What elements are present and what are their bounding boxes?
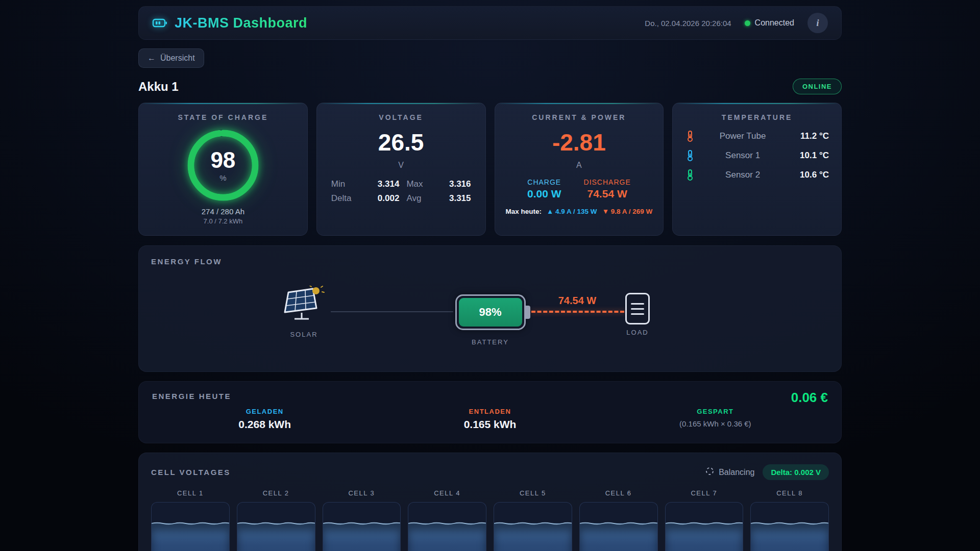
balancing-icon [705,467,714,478]
card-voltage: VOLTAGE 26.5 V Min 3.314 Max 3.316 Delta… [316,103,486,236]
cell-gauge [323,502,401,551]
info-button[interactable]: i [807,13,828,33]
stat-label: Delta [331,193,352,204]
saved-label: GESPART [603,408,828,415]
battery-terminal [526,306,530,319]
saved-block: GESPART (0.165 kWh × 0.36 €) [603,408,828,431]
cell-gauge [579,502,658,551]
voltage-unit: V [326,161,476,170]
cell-voltages-panel: CELL VOLTAGES Balancing Delta: 0.002 V C… [138,453,842,551]
energy-today-panel: ENERGIE HEUTE 0.06 € GELADEN 0.268 kWh E… [138,381,842,443]
battery-to-load-line [531,311,624,313]
temp-value: 10.1 °C [785,151,829,161]
back-button[interactable]: ← Übersicht [138,48,204,68]
discharge-block: DISCHARGE 74.54 W [584,178,631,200]
brand: JK-BMS Dashboard [152,15,307,31]
battery-node: 98% BATTERY [453,294,527,346]
cell-label: CELL 1 [151,489,230,497]
stat-label: Min [331,179,352,189]
balancing-status: Balancing [705,467,754,478]
temp-label: Sensor 2 [700,170,785,180]
stat-value: 3.314 [358,179,399,189]
voltage-stats: Min 3.314 Max 3.316 Delta 0.002 Avg 3.31… [326,179,476,204]
connection-status: Connected [745,18,794,28]
energy-flow-panel: ENERGY FLOW [138,245,842,372]
flow-power-value: 74.54 W [531,295,623,307]
solar-label: SOLAR [280,331,328,338]
cell-voltages-title: CELL VOLTAGES [151,468,231,477]
cell-gauge [151,502,230,551]
discharged-value: 0.165 kWh [377,418,602,431]
stat-label: Max [406,179,423,189]
cell-gauge [750,502,829,551]
discharge-value: 74.54 W [584,188,631,200]
cell-label: CELL 7 [665,489,744,497]
back-arrow-icon: ← [148,54,156,63]
temp-label: Power Tube [700,131,785,141]
soc-capacity: 274 / 280 Ah [148,207,298,216]
load-icon [625,293,650,324]
stat-label: Avg [406,193,423,204]
stat-cards: STATE OF CHARGE 98 % 274 / 280 Ah 7.0 / … [138,103,842,236]
current-unit: A [504,161,654,170]
cell-gauge [494,502,572,551]
cell-label: CELL 8 [750,489,829,497]
cell-gauge [237,502,315,551]
load-node: LOAD [615,293,660,336]
status-badge: ONLINE [793,79,842,94]
cell-item: CELL 6 [579,489,658,551]
current-value: -2.81 [504,130,654,156]
max-today-label: Max heute: [505,208,542,215]
discharge-label: DISCHARGE [584,178,631,186]
solar-node: SOLAR [280,286,328,338]
cells-grid: CELL 1 CELL 2 CELL 3 CELL 4 CELL 5 CELL … [151,489,829,551]
max-charge-value: ▲ 4.9 A / 135 W [547,208,597,215]
connection-label: Connected [755,18,794,28]
energy-today-title: ENERGIE HEUTE [152,392,828,400]
temp-row: Sensor 2 10.6 °C [682,167,832,182]
voltage-title: VOLTAGE [326,113,476,121]
max-discharge-value: ▼ 9.8 A / 269 W [602,208,653,215]
soc-ring: 98 % [184,127,262,204]
temp-label: Sensor 1 [700,151,785,161]
soc-value: 98 [210,149,235,171]
soc-energy: 7.0 / 7.2 kWh [148,217,298,225]
cell-item: CELL 7 [665,489,744,551]
temp-value: 10.6 °C [785,170,829,180]
stat-value: 0.002 [358,193,399,204]
cell-item: CELL 3 [323,489,401,551]
cell-label: CELL 5 [494,489,572,497]
back-label: Übersicht [160,54,195,63]
cell-item: CELL 4 [408,489,486,551]
charged-value: 0.268 kWh [152,418,377,431]
balancing-label: Balancing [719,468,754,477]
cell-label: CELL 2 [237,489,315,497]
temperature-title: TEMPERATURE [682,113,832,121]
cell-item: CELL 2 [237,489,315,551]
delta-badge: Delta: 0.002 V [763,464,829,480]
dashboard-page: JK-BMS Dashboard Do., 02.04.2026 20:26:0… [138,0,842,551]
connected-dot-icon [745,20,750,26]
saved-formula: (0.165 kWh × 0.36 €) [603,419,828,428]
stat-value: 3.315 [430,193,471,204]
battery-soc-value: 98% [459,298,522,327]
top-bar: JK-BMS Dashboard Do., 02.04.2026 20:26:0… [138,6,842,40]
page-title: Akku 1 [138,80,179,94]
datetime: Do., 02.04.2026 20:26:04 [645,19,731,28]
charged-label: GELADEN [152,408,377,415]
discharged-block: ENTLADEN 0.165 kWh [377,408,602,431]
cell-gauge [408,502,486,551]
card-current-power: CURRENT & POWER -2.81 A CHARGE 0.00 W DI… [495,103,664,236]
thermometer-icon [685,149,700,162]
cell-label: CELL 3 [323,489,401,497]
max-today-line: Max heute: ▲ 4.9 A / 135 W ▼ 9.8 A / 269… [504,208,654,215]
stat-value: 3.316 [430,179,471,189]
cell-label: CELL 6 [579,489,658,497]
cell-item: CELL 8 [750,489,829,551]
charged-block: GELADEN 0.268 kWh [152,408,377,431]
temp-row: Power Tube 11.2 °C [682,129,832,143]
current-title: CURRENT & POWER [504,113,654,121]
load-label: LOAD [615,329,660,336]
thermometer-icon [685,169,700,181]
thermometer-icon [685,130,700,142]
